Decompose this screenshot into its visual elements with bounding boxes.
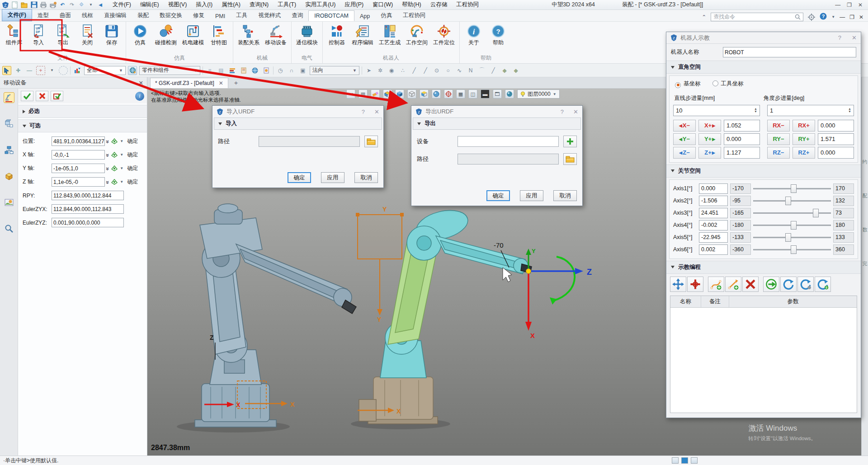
axis1-slider[interactable]: [753, 183, 831, 194]
y-axis-input[interactable]: -1e-05,1,0: [52, 164, 105, 173]
snap-gear-icon[interactable]: ✲: [376, 66, 385, 75]
tab-irobotcam[interactable]: IROBOTCAM: [308, 10, 354, 21]
scope-combo[interactable]: 零件和组件▼: [139, 66, 200, 75]
view-align-icon[interactable]: [383, 89, 392, 99]
about-button[interactable]: i 关于: [463, 23, 484, 47]
pick-point-icon[interactable]: [111, 179, 118, 185]
expand-chevron-icon[interactable]: »: [104, 167, 111, 169]
polyline-tool-icon[interactable]: ╱: [421, 66, 430, 75]
tab-data-exchange[interactable]: 数据交换: [154, 10, 188, 21]
curve-n-icon[interactable]: N: [466, 66, 475, 75]
workspace-button[interactable]: 工作空间: [405, 23, 429, 47]
collapse-left-icon[interactable]: ◀: [97, 1, 104, 9]
expand-chevron-icon[interactable]: »: [104, 140, 111, 142]
home-point-button[interactable]: [687, 277, 703, 292]
teach-panel-titlebar[interactable]: Z 机器人示教 ? ✕: [666, 32, 861, 44]
layout-toggle-icon-3[interactable]: [691, 457, 698, 464]
process-generate-button[interactable]: 工艺生成: [378, 23, 401, 47]
compass-icon[interactable]: ◷: [276, 66, 285, 75]
rz-value[interactable]: 0.000: [818, 147, 854, 159]
controller-button[interactable]: 控制器: [326, 23, 347, 47]
confirm-button[interactable]: 确定: [125, 150, 140, 160]
confirm-button[interactable]: 确定: [125, 177, 140, 187]
axis4-slider[interactable]: [753, 220, 831, 230]
filter-combo[interactable]: 全部▼: [84, 66, 126, 75]
circle-tool-icon[interactable]: ○: [443, 66, 453, 75]
intersect-icon[interactable]: ∩: [287, 66, 296, 75]
collision-detect-button[interactable]: 碰撞检测: [154, 23, 178, 47]
info-button[interactable]: i: [135, 92, 144, 101]
eulerzyx-input[interactable]: 112.844,90.000,112.843: [52, 204, 124, 214]
redo-icon[interactable]: ↷: [68, 1, 75, 9]
z-axis-input[interactable]: 1,1e-05,-0: [52, 177, 105, 187]
add-select-icon[interactable]: ✚: [14, 66, 23, 75]
gear-doc-icon[interactable]: [262, 66, 271, 75]
ry-value[interactable]: 1.571: [818, 133, 854, 145]
tab-collaboration[interactable]: 工程协同: [397, 10, 431, 21]
menu-application[interactable]: 应用(P): [340, 0, 368, 9]
import-apply-button[interactable]: 应用: [321, 172, 344, 183]
column-remark[interactable]: 备注: [701, 296, 729, 307]
settings-gear-icon[interactable]: [808, 14, 815, 21]
batch-print-icon[interactable]: [49, 1, 57, 9]
view-monitor-icon[interactable]: 🗔: [493, 89, 502, 99]
loop-reset-button[interactable]: 0: [815, 277, 831, 292]
direction-combo[interactable]: 法向▼: [310, 66, 359, 75]
menu-insert[interactable]: 插入(I): [192, 0, 217, 9]
tab-direct-edit[interactable]: 直接编辑: [99, 10, 132, 21]
view-bw-icon[interactable]: ▬: [481, 89, 490, 99]
browse-folder-button[interactable]: [563, 153, 577, 165]
column-params[interactable]: 参数: [729, 296, 857, 307]
axis3-value-input[interactable]: 24.451: [699, 208, 728, 218]
menu-window[interactable]: 窗口(W): [368, 0, 397, 9]
export-cancel-button[interactable]: 取消: [553, 190, 577, 201]
qat-dropdown-icon[interactable]: ▼: [87, 1, 94, 9]
browser-globe-icon[interactable]: [250, 66, 259, 75]
axis4-value-input[interactable]: -0.002: [699, 220, 728, 230]
import-cancel-button[interactable]: 取消: [354, 172, 378, 183]
x-axis-input[interactable]: -0,0,-1: [52, 150, 105, 160]
help-dropdown-icon[interactable]: ▼: [831, 15, 835, 19]
menu-cloud[interactable]: 云存储: [426, 0, 452, 9]
filter-chart-icon[interactable]: [73, 66, 82, 75]
tab-simulation[interactable]: 仿真: [375, 10, 397, 21]
jog-ry-plus-button[interactable]: RY+: [793, 133, 815, 145]
spin-down-icon[interactable]: ▼: [754, 110, 757, 113]
export-urdf-button[interactable]: URDF 导出: [52, 23, 73, 47]
datum-manager-icon[interactable]: [4, 118, 14, 129]
face2-tool-icon[interactable]: ◆: [511, 66, 520, 75]
robot-name-input[interactable]: ROBOT: [723, 47, 856, 57]
panel-close-icon[interactable]: ✕: [852, 34, 857, 41]
menu-file[interactable]: 文件(F): [108, 0, 135, 9]
teach-section-header[interactable]: 示教编程: [666, 261, 861, 274]
axis5-value-input[interactable]: -22.945: [699, 232, 728, 243]
loop-run-button[interactable]: [780, 277, 797, 292]
confirm-button[interactable]: 确定: [125, 136, 140, 146]
axis5-slider[interactable]: [753, 232, 831, 243]
new-file-icon[interactable]: [11, 1, 19, 9]
visual-manager-icon[interactable]: [4, 197, 14, 208]
menu-tools[interactable]: 工具(T): [274, 0, 300, 9]
required-section-header[interactable]: 必选: [18, 105, 147, 118]
export-apply-button[interactable]: 应用: [520, 190, 543, 201]
axis3-slider[interactable]: [753, 208, 831, 218]
pick-region-icon[interactable]: +: [36, 66, 45, 75]
line-tool-icon[interactable]: ╱: [410, 66, 419, 75]
points-icon[interactable]: ∴: [398, 66, 407, 75]
rpy-input[interactable]: 112.843,90.000,112.844: [52, 191, 124, 200]
docked-panel-edge[interactable]: 约 配 数 完: [861, 77, 868, 456]
new-tab-button[interactable]: ＋: [228, 78, 244, 88]
layout-toggle-icon-2[interactable]: [681, 457, 688, 464]
program-edit-button[interactable]: 程序编辑: [351, 23, 374, 47]
import-dialog-titlebar[interactable]: Z 导入URDF ? ✕: [212, 106, 383, 117]
import-urdf-button[interactable]: URDF 导入: [28, 23, 49, 47]
axis6-slider[interactable]: [753, 244, 831, 255]
dialog-help-icon[interactable]: ?: [362, 108, 365, 115]
view-halfshade-icon[interactable]: [420, 89, 429, 99]
pick-dropdown-icon[interactable]: ▼: [120, 180, 123, 184]
replay-icon[interactable]: ◉: [387, 66, 396, 75]
import-ok-button[interactable]: 确定: [288, 172, 311, 183]
layer-combo[interactable]: 图层0000 ▼: [517, 89, 560, 99]
tab-file[interactable]: 文件(F): [2, 9, 32, 21]
axis1-value-input[interactable]: 0.000: [699, 183, 728, 194]
